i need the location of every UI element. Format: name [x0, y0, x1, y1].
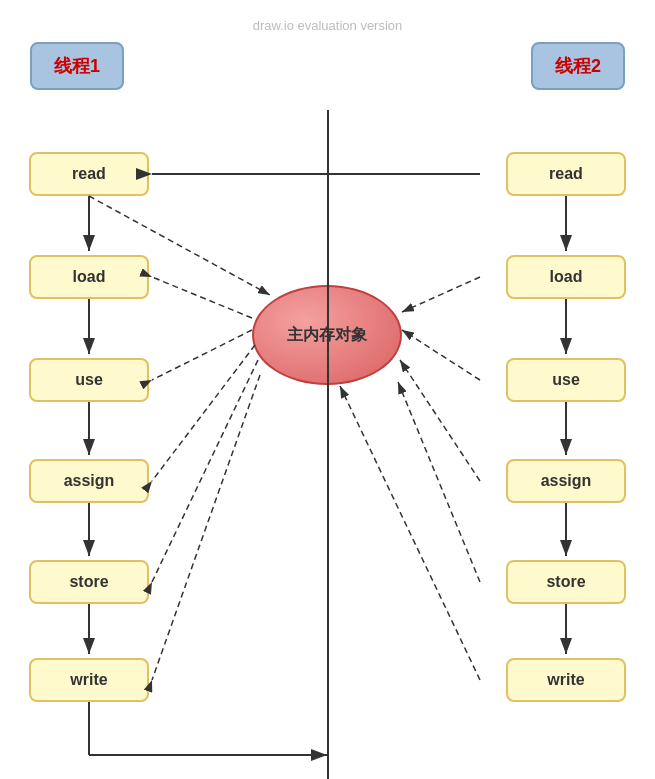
- t2-read-box: read: [506, 152, 626, 196]
- thread2-label: 线程2: [555, 56, 601, 76]
- mem-to-t1assign: [152, 345, 255, 481]
- t2assign-to-mem: [400, 360, 480, 481]
- t1-read-box: read: [29, 152, 149, 196]
- t1-load-box: load: [29, 255, 149, 299]
- t2-store-box: store: [506, 560, 626, 604]
- mem-to-t1write: [152, 375, 260, 680]
- thread1-header: 线程1: [30, 42, 124, 90]
- t2load-to-mem: [402, 277, 480, 312]
- t2-assign-box: assign: [506, 459, 626, 503]
- mem-to-t1use: [152, 330, 252, 380]
- watermark-text: draw.io evaluation version: [253, 18, 403, 33]
- t2-load-box: load: [506, 255, 626, 299]
- t2use-to-mem: [402, 330, 480, 380]
- center-vertical-line: [327, 110, 329, 779]
- t2store-to-mem: [398, 382, 480, 582]
- mem-to-t1load: [152, 277, 252, 318]
- mem-to-t1store: [152, 360, 258, 582]
- thread1-label: 线程1: [54, 56, 100, 76]
- t1-write-box: write: [29, 658, 149, 702]
- t2-write-box: write: [506, 658, 626, 702]
- t2write-to-mem: [340, 386, 480, 680]
- thread2-header: 线程2: [531, 42, 625, 90]
- t2-use-box: use: [506, 358, 626, 402]
- t1-assign-box: assign: [29, 459, 149, 503]
- t1-use-box: use: [29, 358, 149, 402]
- t1-store-box: store: [29, 560, 149, 604]
